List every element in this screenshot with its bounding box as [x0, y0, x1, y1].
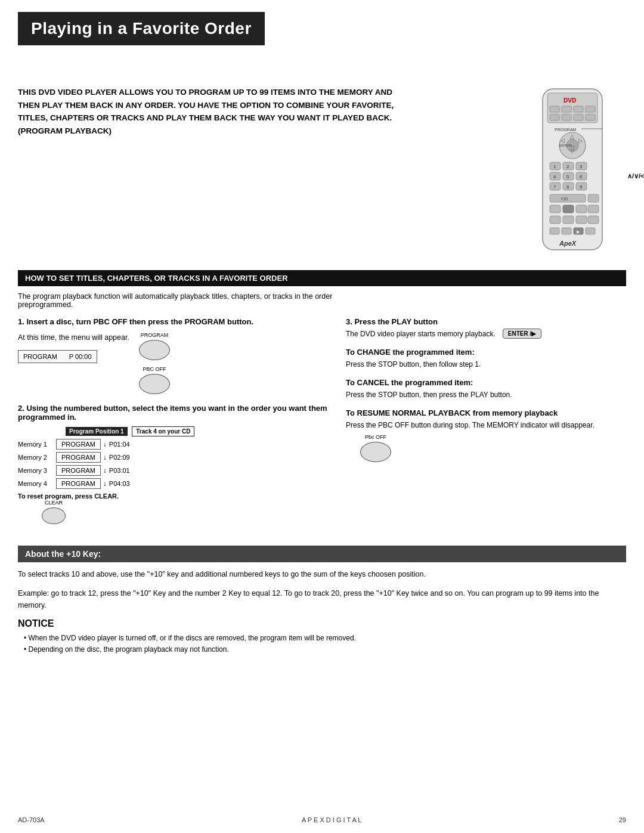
svg-text:+10: +10 — [561, 197, 568, 201]
callout-track: Track 4 on your CD — [132, 426, 194, 436]
notice-list: When the DVD video player is turned off,… — [18, 633, 626, 655]
step2-title: 2. Using the numbered button, select the… — [18, 404, 328, 422]
page-title: Playing in a Favorite Order — [31, 19, 252, 38]
left-column: 1. Insert a disc, turn PBC OFF then pres… — [18, 317, 340, 534]
svg-rect-5 — [574, 106, 583, 112]
cancel-item-title: To CANCEL the programmed item: — [346, 378, 626, 387]
memory-label: Memory 3 — [18, 467, 54, 474]
pbc-off-resume-button[interactable] — [360, 442, 391, 462]
memory-box: PROGRAM — [56, 465, 101, 476]
step1-title: 1. Insert a disc, turn PBC OFF then pres… — [18, 317, 328, 326]
svg-rect-53 — [586, 228, 595, 234]
resume-normal-title: To RESUME NORMAL PLAYBACK from memory pl… — [346, 408, 626, 417]
memory-arrow: ↓ — [103, 453, 107, 462]
svg-rect-10 — [586, 114, 595, 120]
memory-row: Memory 4 PROGRAM ↓ P04:03 — [18, 478, 328, 489]
memory-value: P03:01 — [109, 467, 130, 474]
pbc-off-button[interactable] — [139, 374, 170, 394]
svg-text:PROGRAM: PROGRAM — [555, 128, 576, 132]
memory-label: Memory 1 — [18, 441, 54, 448]
memory-box: PROGRAM — [56, 478, 101, 489]
memory-value: P02:09 — [109, 454, 130, 461]
svg-text:4: 4 — [553, 174, 556, 179]
memory-value: P04:03 — [109, 480, 130, 487]
clear-button[interactable] — [42, 507, 66, 524]
about-10-text1: To select tracks 10 and above, use the "… — [18, 568, 626, 580]
enter-button[interactable]: ENTER /▶ — [503, 329, 541, 339]
svg-text:▷: ▷ — [578, 138, 583, 144]
step1-note: At this time, the menu will appear. — [18, 333, 129, 342]
resume-normal-text: Press the PBC OFF button during stop. Th… — [346, 420, 626, 431]
title-bar: Playing in a Favorite Order — [18, 12, 265, 45]
screen-program-label: PROGRAM — [23, 353, 57, 360]
pbc-off-resume-label: Pbc OFF — [346, 434, 405, 440]
memory-box: PROGRAM — [56, 452, 101, 463]
program-button-step1[interactable] — [139, 340, 170, 360]
svg-rect-9 — [574, 114, 583, 120]
section-desc: The program playback function will autom… — [18, 292, 388, 309]
svg-text:7: 7 — [553, 184, 556, 190]
svg-rect-4 — [562, 106, 571, 112]
svg-rect-6 — [586, 106, 595, 112]
svg-text:2: 2 — [566, 164, 569, 169]
step3-desc: The DVD video player starts memory playb… — [346, 329, 496, 339]
step1-screen: PROGRAM P 00:00 — [18, 350, 97, 363]
nav-arrow-label: ∧/∨/</> — [627, 172, 644, 180]
svg-rect-46 — [550, 216, 561, 224]
step3-section: 3. Press the PLAY button The DVD video p… — [346, 317, 626, 339]
remote-illustration: DVD PROGRAM ↑↓ ENTER — [525, 86, 626, 261]
svg-rect-44 — [576, 205, 587, 213]
svg-rect-51 — [562, 228, 571, 234]
notice-section: NOTICE When the DVD video player is turn… — [18, 618, 626, 655]
svg-text:DVD: DVD — [564, 97, 576, 104]
change-item-title: To CHANGE the programmed item: — [346, 348, 626, 357]
footer-center: A P E X D I G I T A L — [302, 816, 361, 823]
callout-program-position: Program Position 1 — [66, 427, 128, 436]
svg-rect-49 — [588, 216, 599, 224]
memory-row: Memory 2 PROGRAM ↓ P02:09 — [18, 452, 328, 463]
footer: AD-703A A P E X D I G I T A L 29 — [18, 816, 626, 823]
svg-text:ENTER: ENTER — [559, 144, 572, 147]
clear-label: CLEAR — [18, 500, 89, 506]
screen-row: PROGRAM P 00:00 — [23, 353, 92, 360]
notice-item: Depending on the disc, the program playb… — [24, 644, 626, 655]
memory-rows: Memory 1 PROGRAM ↓ P01:04 Memory 2 PROGR… — [18, 439, 328, 489]
svg-text:3: 3 — [580, 164, 583, 169]
memory-arrow: ↓ — [103, 440, 107, 448]
program-label-step1: PROGRAM — [139, 332, 170, 338]
change-item-section: To CHANGE the programmed item: Press the… — [346, 348, 626, 370]
svg-rect-47 — [563, 216, 574, 224]
svg-text:9: 9 — [580, 184, 583, 190]
step1-block: 1. Insert a disc, turn PBC OFF then pres… — [18, 317, 328, 394]
svg-rect-3 — [550, 106, 559, 112]
svg-text:▽: ▽ — [570, 148, 574, 154]
intro-left: THIS DVD VIDEO PLAYER ALLOWS YOU TO PROG… — [18, 86, 513, 148]
memory-label: Memory 4 — [18, 480, 54, 487]
footer-left: AD-703A — [18, 816, 45, 823]
notice-title: NOTICE — [18, 618, 626, 629]
svg-rect-50 — [550, 228, 559, 234]
svg-rect-39 — [550, 194, 586, 202]
cancel-item-text: Press the STOP button, then press the PL… — [346, 389, 626, 400]
memory-label: Memory 2 — [18, 454, 54, 461]
cancel-item-section: To CANCEL the programmed item: Press the… — [346, 378, 626, 400]
change-item-text: Press the STOP button, then follow step … — [346, 359, 626, 370]
step3-desc-text: The DVD video player starts memory playb… — [346, 330, 496, 338]
svg-rect-48 — [576, 216, 587, 224]
svg-rect-8 — [562, 114, 571, 120]
svg-text:8: 8 — [566, 184, 569, 190]
step3-title: 3. Press the PLAY button — [346, 317, 626, 326]
right-column: 3. Press the PLAY button The DVD video p… — [340, 317, 626, 534]
svg-text:5: 5 — [566, 174, 569, 179]
memory-row: Memory 1 PROGRAM ↓ P01:04 — [18, 439, 328, 450]
svg-text:△: △ — [570, 134, 574, 140]
intro-text: THIS DVD VIDEO PLAYER ALLOWS YOU TO PROG… — [18, 86, 400, 137]
svg-text:◁: ◁ — [561, 138, 565, 144]
memory-value: P01:04 — [109, 441, 130, 448]
screen-value: P 00:00 — [69, 353, 92, 360]
memory-row: Memory 3 PROGRAM ↓ P03:01 — [18, 465, 328, 476]
memory-arrow: ↓ — [103, 479, 107, 488]
footer-page: 29 — [619, 816, 626, 823]
step2-block: 2. Using the numbered button, select the… — [18, 404, 328, 524]
svg-rect-45 — [588, 205, 599, 213]
